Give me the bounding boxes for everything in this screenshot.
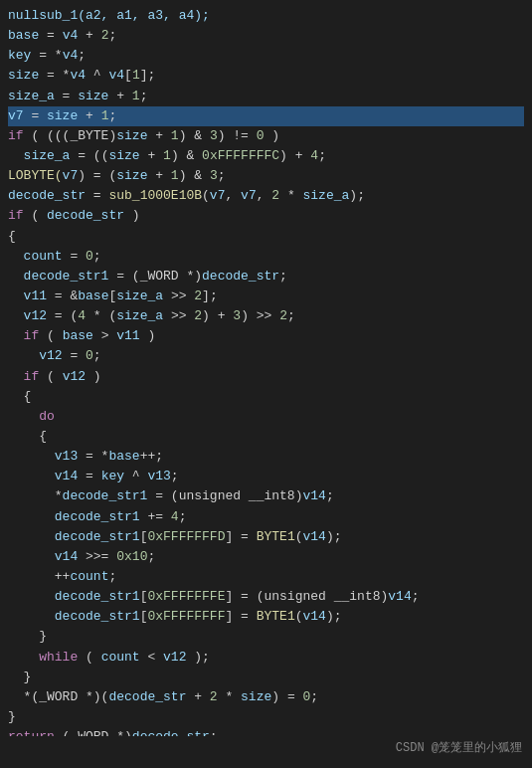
code-token: (_WORD *): [55, 727, 132, 736]
code-token: ;: [147, 547, 155, 567]
code-token: v12: [8, 306, 47, 326]
code-line: v12 = (4 * (size_a >> 2) + 3) >> 2;: [8, 306, 524, 326]
code-token: key: [8, 46, 31, 66]
code-token: = *: [31, 46, 62, 66]
code-token: ;: [318, 146, 326, 166]
code-token: 3: [210, 166, 218, 186]
code-token: nullsub_1(a2, a1, a3, a4);: [8, 6, 210, 26]
code-token: if: [24, 367, 40, 387]
code-token: ,: [225, 186, 241, 206]
code-token: size: [241, 687, 271, 707]
code-token: = (_WORD *): [108, 267, 202, 287]
code-token: ++;: [140, 447, 163, 467]
code-token: size_a: [303, 186, 350, 206]
code-token: v14: [303, 607, 326, 627]
code-line: nullsub_1(a2, a1, a3, a4);: [8, 6, 524, 26]
code-token: +: [147, 166, 170, 186]
code-token: ] =: [225, 607, 256, 627]
code-token: ,: [257, 186, 272, 206]
code-line: size_a = size + 1;: [8, 87, 524, 106]
code-line: if ( (((_BYTE)size + 1) & 3) != 0 ): [8, 126, 524, 146]
code-token: +: [147, 126, 170, 146]
code-line: {: [8, 227, 524, 247]
code-token: = (: [47, 306, 78, 326]
code-token: if: [8, 126, 24, 146]
code-token: =: [39, 26, 62, 46]
code-token: v11: [116, 326, 139, 346]
code-token: 0xFFFFFFFC: [202, 146, 279, 166]
code-token: 1: [171, 166, 179, 186]
code-token: ^: [124, 467, 147, 486]
code-line: v7 = size + 1;: [8, 106, 524, 126]
code-token: 1: [132, 66, 140, 86]
code-token: ): [86, 367, 101, 387]
code-token: [8, 326, 24, 346]
code-token: = ((: [70, 146, 108, 166]
code-token: 0: [303, 687, 311, 707]
code-token: ];: [140, 66, 156, 86]
code-token: (: [39, 326, 62, 346]
code-token: v13: [8, 447, 78, 467]
code-token: decode_str1: [8, 527, 140, 547]
code-line: do: [8, 407, 524, 427]
code-token: (: [202, 186, 210, 206]
code-token: ) &: [179, 166, 210, 186]
code-token: *(_WORD *)(: [8, 687, 108, 707]
code-token: v7: [8, 106, 24, 126]
code-line: ++count;: [8, 567, 524, 587]
code-line: *(_WORD *)(decode_str + 2 * size) = 0;: [8, 687, 524, 707]
code-line: }: [8, 668, 524, 687]
code-token: *: [279, 186, 302, 206]
code-token: size: [108, 146, 139, 166]
code-token: ;: [93, 346, 101, 366]
code-token: [8, 648, 39, 668]
code-token: [: [140, 527, 148, 547]
code-token: size_a: [8, 146, 70, 166]
code-token: ;: [108, 106, 116, 126]
code-token: 1: [132, 87, 140, 106]
code-token: ;: [78, 46, 86, 66]
watermark: CSDN @笼笼里的小狐狸: [396, 739, 522, 758]
code-line: key = *v4;: [8, 46, 524, 66]
code-token: 2: [271, 186, 279, 206]
code-token: 4: [171, 507, 179, 527]
code-token: decode_str: [8, 186, 86, 206]
code-token: 0: [86, 247, 93, 267]
code-token: 2: [194, 306, 202, 326]
code-token: if: [8, 206, 24, 226]
code-token: {: [8, 227, 16, 247]
code-token: 0xFFFFFFFE: [147, 587, 225, 607]
code-token: }: [8, 668, 31, 687]
code-token: }: [8, 707, 16, 727]
code-token: ;: [179, 507, 187, 527]
code-token: (: [295, 527, 303, 547]
code-token: 1: [171, 126, 179, 146]
code-line: v11 = &base[size_a >> 2];: [8, 287, 524, 306]
code-container: nullsub_1(a2, a1, a3, a4);base = v4 + 2;…: [0, 0, 532, 736]
code-token: ;: [287, 306, 295, 326]
code-line: }: [8, 707, 524, 727]
code-token: ) =: [271, 687, 302, 707]
code-token: =: [78, 467, 100, 486]
code-line: decode_str1[0xFFFFFFFD] = BYTE1(v14);: [8, 527, 524, 547]
code-token: =: [55, 87, 78, 106]
code-token: *: [8, 486, 63, 506]
code-token: size_a: [8, 87, 55, 106]
code-token: ): [265, 126, 280, 146]
code-token: 0x10: [116, 547, 147, 567]
code-token: v7: [210, 186, 226, 206]
code-token: ] = (unsigned __int8): [225, 587, 388, 607]
code-token: 3: [210, 126, 218, 146]
code-token: 2: [101, 26, 109, 46]
code-token: ;: [279, 267, 287, 287]
code-line: v12 = 0;: [8, 346, 524, 366]
code-token: * (: [86, 306, 116, 326]
code-line: v14 = key ^ v13;: [8, 467, 524, 486]
code-token: decode_str1: [8, 607, 140, 627]
code-token: ) +: [279, 146, 310, 166]
code-token: [8, 367, 24, 387]
code-token: decode_str: [202, 267, 279, 287]
code-line: v14 >>= 0x10;: [8, 547, 524, 567]
code-token: [: [140, 607, 148, 627]
code-token: size: [8, 66, 39, 86]
